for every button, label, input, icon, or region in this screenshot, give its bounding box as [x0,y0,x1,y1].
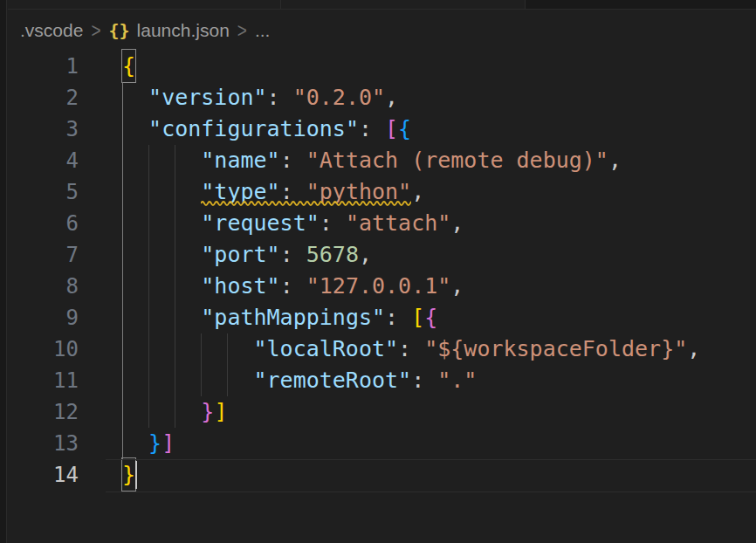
code-token: } [201,399,214,424]
line-number[interactable]: 11 [8,365,122,396]
breadcrumb: .vscode > {}launch.json > ... [8,10,756,51]
code-token: } [148,430,162,456]
code-token: "localRoot" [254,336,399,361]
breadcrumb-item-file[interactable]: {}launch.json [108,20,229,41]
code-token [122,242,201,267]
code-line[interactable]: 10 "localRoot": "${workspaceFolder}", [8,333,756,365]
matched-bracket: } [122,458,135,491]
line-number[interactable]: 12 [8,396,122,428]
code-token: : [398,336,424,361]
code-token: "request" [201,210,319,236]
code-text: "port": 5678, [122,239,756,271]
code-token: "pathMappings" [201,305,385,330]
code-token: "." [437,368,477,393]
code-token: "configurations" [148,116,359,141]
code-token: "type" [201,179,279,204]
code-token [122,179,201,204]
code-line[interactable]: 7 "port": 5678, [8,239,756,271]
code-line[interactable]: 6 "request": "attach", [8,208,756,239]
code-text: "name": "Attach (remote debug)", [122,145,756,176]
code-text: "host": "127.0.0.1", [122,271,756,302]
code-token: ] [214,399,227,424]
code-token: : [280,179,306,204]
code-line[interactable]: 3 "configurations": [{ [8,113,756,145]
code-token: : [280,242,306,267]
code-token [122,273,201,299]
code-token: "${workspaceFolder}" [424,336,687,361]
code-text: }] [122,396,756,428]
code-text: { [122,51,756,82]
chevron-right-icon: > [91,18,100,43]
line-number[interactable]: 2 [8,82,122,113]
line-number[interactable]: 5 [8,176,122,208]
code-token: , [359,242,372,267]
code-line[interactable]: 1{ [8,51,756,82]
code-token [122,305,201,330]
code-token: : [411,368,437,393]
code-token: "0.2.0" [293,85,385,110]
line-number[interactable]: 8 [8,271,122,302]
window-edge [0,0,7,543]
chevron-right-icon: > [237,18,247,43]
line-number[interactable]: 1 [8,51,122,82]
code-token: , [411,179,424,204]
code-text: "version": "0.2.0", [122,82,756,113]
code-text: "request": "attach", [122,208,756,239]
code-line[interactable]: 9 "pathMappings": [{ [8,302,756,333]
code-token: "python" [306,179,411,204]
line-number[interactable]: 4 [8,145,122,176]
code-token: [ [385,116,398,141]
code-line[interactable]: 13 }] [8,428,756,459]
code-token: "Attach (remote debug)" [306,148,608,173]
line-number[interactable]: 6 [8,208,122,239]
line-number[interactable]: 9 [8,302,122,333]
code-token: { [398,116,411,141]
code-text: }] [122,428,756,459]
line-number[interactable]: 13 [8,428,122,459]
code-token [122,430,148,456]
code-token: { [424,305,437,330]
code-editor[interactable]: 1{2 "version": "0.2.0",3 "configurations… [8,51,756,543]
line-number[interactable]: 14 [8,459,122,491]
code-text: } [122,459,756,491]
code-token: "attach" [346,210,450,236]
code-token [122,399,201,424]
tab-bar [8,0,756,10]
tab-bar-empty-area [525,0,756,9]
code-token: : [267,85,293,110]
code-token: 5678 [306,242,359,267]
code-line[interactable]: 12 }] [8,396,756,428]
line-number[interactable]: 10 [8,333,122,365]
code-text: "pathMappings": [{ [122,302,756,333]
code-line[interactable]: 14} [8,459,756,491]
code-lines: 1{2 "version": "0.2.0",3 "configurations… [8,51,756,491]
code-token: : [320,210,346,236]
tab-separator [280,0,281,9]
text-cursor [135,461,137,489]
code-token [122,210,201,236]
json-file-icon: {} [108,20,129,41]
code-token: : [359,116,385,141]
code-line[interactable]: 8 "host": "127.0.0.1", [8,271,756,302]
code-token [122,336,254,361]
code-line[interactable]: 2 "version": "0.2.0", [8,82,756,113]
line-number[interactable]: 3 [8,113,122,145]
code-token: : [385,305,411,330]
breadcrumb-item-symbol[interactable]: ... [255,20,271,41]
code-token: "version" [148,85,266,110]
code-token: , [687,336,700,361]
code-token: "remoteRoot" [254,368,412,393]
code-token: , [608,148,622,173]
code-line[interactable]: 5 "type": "python", [8,176,756,208]
code-token: "port" [201,242,279,267]
code-text: "localRoot": "${workspaceFolder}", [122,333,756,365]
breadcrumb-item-folder[interactable]: .vscode [20,20,83,41]
line-number[interactable]: 7 [8,239,122,271]
code-line[interactable]: 11 "remoteRoot": "." [8,365,756,396]
code-token: : [280,148,306,173]
code-line[interactable]: 4 "name": "Attach (remote debug)", [8,145,756,176]
code-token: : [280,273,306,299]
code-token: , [450,273,464,299]
code-token [122,85,148,110]
code-text: "type": "python", [122,176,756,208]
